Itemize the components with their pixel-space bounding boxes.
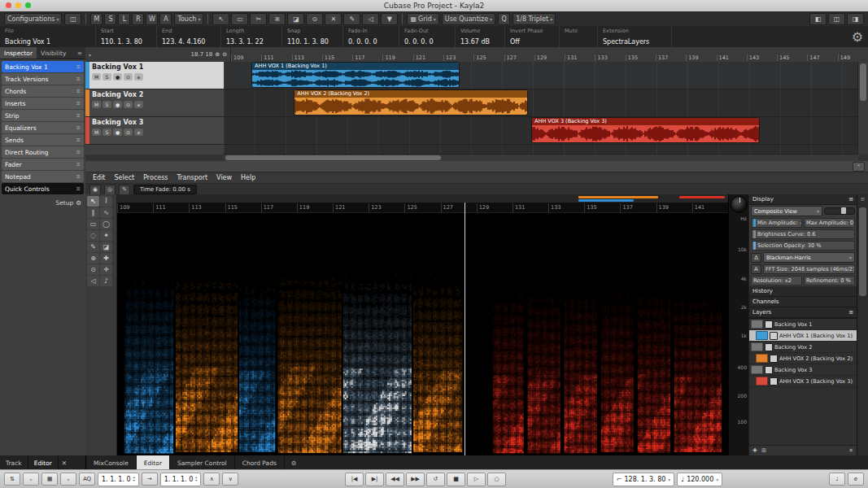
stop-button[interactable]: ■ — [447, 473, 465, 486]
selection-opacity-field[interactable]: Selection Opacity: 30 % — [751, 241, 855, 251]
audio-clip-ahh-vox-1-backing-vox-1[interactable]: AHH VOX 1 (Backing Vox 1) — [252, 63, 459, 87]
menu-select[interactable]: Select — [115, 174, 135, 181]
zoom-out-icon[interactable]: ⊖ — [222, 51, 227, 58]
track-navigation-button[interactable]: ⇅ — [4, 473, 20, 486]
clone-stamp-tool[interactable]: ⊕ — [87, 253, 99, 264]
record-arm-button[interactable]: ● — [113, 73, 122, 81]
vertical-scrollbar[interactable] — [857, 62, 868, 155]
scrollbar-thumb[interactable] — [859, 207, 866, 296]
collapse-editor-button[interactable]: ⌃ — [853, 162, 865, 172]
monitor-button[interactable]: ⊙ — [124, 73, 133, 81]
zoom-window-button[interactable] — [25, 2, 31, 8]
forward-button[interactable]: ▶▶ — [406, 473, 425, 486]
menu-help[interactable]: Help — [241, 174, 255, 181]
info-field-file[interactable]: File Backing Vox 1 — [0, 26, 96, 47]
range-selection-icon[interactable]: ▭ — [231, 13, 248, 25]
edit-channel-button[interactable]: e — [134, 129, 143, 136]
info-field-end[interactable]: End123. 4. 4.160 — [157, 26, 221, 47]
mute-button[interactable]: M — [92, 129, 101, 136]
tab-visibility[interactable]: Visibility — [37, 47, 70, 59]
draw-icon[interactable]: ✎ — [343, 13, 360, 25]
track-lane[interactable]: AHH VOX 2 (Backing Vox 2) — [224, 89, 858, 117]
position-stepper[interactable]: ▴▾ — [195, 476, 197, 482]
channels-panel-header[interactable]: Channels — [749, 297, 857, 307]
free-selection-tool[interactable]: ∿ — [100, 207, 112, 218]
layers-panel-header[interactable]: Layers ≡ — [749, 307, 857, 318]
playback-tool[interactable]: ◁ — [87, 276, 99, 286]
track-lane[interactable]: AHH VOX 3 (Backing Vox 3) — [224, 117, 858, 145]
configurations-dropdown[interactable]: Configurations ▾ — [4, 13, 62, 25]
info-field-length[interactable]: Length13. 3. 1. 22 — [221, 26, 282, 47]
edit-channel-button[interactable]: e — [134, 73, 143, 81]
audio-clip-ahh-vox-2-backing-vox-2[interactable]: AHH VOX 2 (Backing Vox 2) — [294, 90, 526, 115]
spectrogram-gain-knob[interactable] — [731, 196, 748, 213]
automation-r-button[interactable]: R — [132, 13, 144, 25]
elliptical-selection-tool[interactable]: ◯ — [100, 219, 112, 229]
layer-group-backing-vox-2[interactable]: Backing Vox 2 — [749, 342, 857, 353]
tab-inspector[interactable]: Inspector — [0, 47, 37, 59]
mute-button[interactable]: M — [92, 101, 101, 108]
inspector-section-track-versions[interactable]: Track Versions≡ — [2, 73, 84, 85]
use-quantize-button[interactable]: Use Quantize ▾ — [442, 13, 495, 25]
editor-overview-bar[interactable] — [117, 194, 728, 203]
track-header-backing-vox-2[interactable]: Backing Vox 2MS●⊙e — [85, 89, 224, 117]
record-button[interactable]: ○ — [487, 473, 506, 486]
info-field-invert-phase[interactable]: Invert PhaseOff — [505, 26, 560, 47]
autoscroll-button[interactable]: → — [142, 473, 158, 486]
inspector-section-direct-routing[interactable]: Direct Routing≡ — [2, 146, 84, 158]
color-icon[interactable]: ▼ — [381, 13, 398, 25]
info-field-mute[interactable]: Mute — [560, 26, 598, 47]
object-selection-icon[interactable]: ↖ — [212, 13, 229, 25]
inspector-section-sends[interactable]: Sends≡ — [2, 134, 84, 146]
time-selection-tool[interactable]: I — [100, 196, 112, 207]
close-editor-tab-button[interactable]: ✕ — [59, 455, 70, 470]
snap-type-button[interactable]: ▦ — [41, 473, 58, 486]
minimize-window-button[interactable] — [15, 2, 21, 8]
position-stepper[interactable]: ▴▾ — [133, 476, 135, 482]
track-lane[interactable]: AHH VOX 1 (Backing Vox 1) — [224, 62, 858, 89]
zoom-tool[interactable]: ⊙ — [87, 264, 99, 275]
add-layer-button[interactable]: ✚ — [752, 447, 757, 454]
mute-icon[interactable]: ✕ — [325, 13, 342, 25]
inspector-section-quick-controls[interactable]: Quick Controls≡ — [2, 183, 84, 194]
layer-visibility-checkbox[interactable] — [765, 320, 773, 329]
zone-tab-editor[interactable]: Editor — [28, 455, 59, 470]
display-gain-slider[interactable] — [824, 207, 855, 215]
frequency-selection-tool[interactable]: ∥ — [87, 207, 99, 218]
tab-mixconsole[interactable]: MixConsole — [86, 455, 137, 470]
scrollbar-thumb[interactable] — [860, 63, 866, 101]
solo-button[interactable]: S — [103, 101, 111, 108]
info-line-setup[interactable]: ⚙ — [847, 26, 868, 47]
edit-channel-button[interactable]: e — [134, 101, 143, 108]
layer-ahh-vox-2-backing-vox-2[interactable]: AHH VOX 2 (Backing Vox 2) — [749, 353, 857, 364]
inspector-section-inserts[interactable]: Inserts≡ — [2, 98, 84, 109]
close-window-button[interactable] — [6, 2, 11, 8]
monitor-button[interactable]: ⊙ — [124, 101, 133, 108]
min-amplitude-field[interactable]: Min Amplitude: -96 dB — [751, 218, 802, 228]
secondary-position-display[interactable]: 1. 1. 1. 0 ▴▾ — [160, 473, 202, 486]
mute-button[interactable]: M — [92, 73, 101, 81]
transform-tool[interactable]: ↖ — [87, 196, 99, 207]
play-button[interactable]: ▷ — [467, 473, 486, 486]
track-header-backing-vox-3[interactable]: Backing Vox 3MS●⊙e — [85, 117, 224, 145]
lower-zone-toggle-button[interactable]: ◫ — [828, 13, 845, 25]
audition-icon[interactable]: ◁ — [362, 13, 379, 25]
zoom-in-icon[interactable]: ⊕ — [215, 51, 220, 58]
goto-end-button[interactable]: ▶| — [365, 473, 384, 486]
layer-ahh-vox-1-backing-vox-1[interactable]: AHH VOX 1 (Backing Vox 1) — [749, 330, 857, 342]
rewind-button[interactable]: ◀◀ — [386, 473, 404, 486]
fft-size-field[interactable]: FFT Size: 2048 samples (46ms/21Hz) — [763, 264, 855, 274]
automation-w-button[interactable]: W — [146, 13, 158, 25]
display-panel-header[interactable]: Display ≡ — [749, 194, 857, 205]
metronome-click-button[interactable]: ♩ — [829, 473, 845, 486]
punch-in-button[interactable]: ∧ — [203, 473, 220, 486]
track-header-backing-vox-1[interactable]: Backing Vox 1MS●⊙e — [85, 62, 224, 89]
audio-clip-ahh-vox-3-backing-vox-3[interactable]: AHH VOX 3 (Backing Vox 3) — [532, 118, 759, 142]
brush-tool[interactable]: ✎ — [87, 242, 99, 252]
editor-vertical-scrollbar[interactable]: ≡ — [857, 194, 868, 455]
info-field-start[interactable]: Start110. 1. 3. 80 — [96, 26, 157, 47]
lasso-selection-tool[interactable]: ◌ — [87, 230, 99, 241]
primary-position-display[interactable]: 1. 1. 1. 0 ▴▾ — [98, 473, 139, 486]
snap-dropdown-button[interactable]: ▾ — [60, 473, 76, 486]
punch-out-button[interactable]: ∨ — [222, 473, 238, 486]
